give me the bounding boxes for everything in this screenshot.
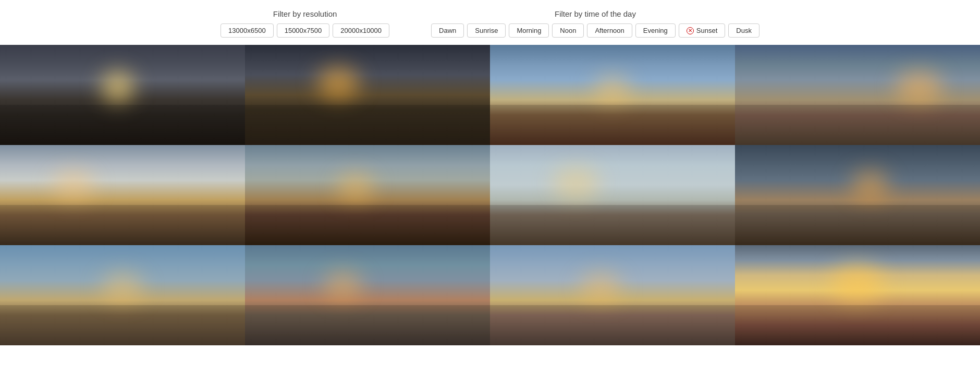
cancel-icon: ✕ — [687, 27, 694, 34]
sun-glow — [896, 71, 942, 103]
time-filter-buttons: DawnSunriseMorningNoonAfternoonEvening✕S… — [431, 23, 760, 38]
panorama-image — [0, 45, 245, 145]
panorama-image — [735, 245, 980, 345]
panorama-image — [490, 245, 735, 345]
grid-item[interactable] — [735, 145, 980, 245]
filter-btn-time-dusk[interactable]: Dusk — [728, 23, 760, 38]
filter-btn-time-noon[interactable]: Noon — [552, 23, 584, 38]
grid-item[interactable] — [490, 45, 735, 145]
filter-btn-res-20000[interactable]: 20000x10000 — [333, 23, 389, 38]
sun-glow — [594, 77, 631, 103]
panorama-image — [0, 145, 245, 245]
resolution-filter-label: Filter by resolution — [273, 9, 337, 18]
grid-item[interactable] — [490, 245, 735, 345]
panorama-image — [735, 45, 980, 145]
filter-btn-time-afternoon[interactable]: Afternoon — [587, 23, 632, 38]
filter-btn-time-evening[interactable]: Evening — [635, 23, 676, 38]
sun-glow — [317, 67, 359, 99]
sun-glow — [102, 273, 143, 301]
grid-item[interactable] — [735, 245, 980, 345]
sun-glow — [102, 71, 133, 103]
panorama-image — [490, 45, 735, 145]
filter-btn-res-13000[interactable]: 13000x6500 — [220, 23, 274, 38]
sun-glow — [831, 265, 884, 301]
panorama-image — [245, 245, 490, 345]
grid-item[interactable] — [245, 145, 490, 245]
sun-glow — [553, 167, 599, 199]
filter-btn-time-sunset[interactable]: ✕Sunset — [679, 23, 725, 38]
image-grid — [0, 45, 980, 345]
panorama-image — [0, 245, 245, 345]
sun-glow — [324, 272, 363, 298]
top-bar: Filter by resolution 13000x650015000x750… — [0, 0, 980, 45]
time-filter-group: Filter by time of the day DawnSunriseMor… — [431, 9, 760, 38]
sun-glow — [337, 174, 374, 200]
grid-item[interactable] — [0, 45, 245, 145]
filter-btn-label: Sunset — [696, 27, 717, 34]
grid-item[interactable] — [0, 145, 245, 245]
panorama-image — [245, 145, 490, 245]
filter-btn-res-15000[interactable]: 15000x7500 — [277, 23, 330, 38]
resolution-filter-buttons: 13000x650015000x750020000x10000 — [220, 23, 389, 38]
grid-item[interactable] — [245, 45, 490, 145]
grid-item[interactable] — [735, 45, 980, 145]
grid-item[interactable] — [245, 245, 490, 345]
sun-glow — [580, 273, 621, 301]
filter-btn-time-morning[interactable]: Morning — [509, 23, 549, 38]
panorama-image — [245, 45, 490, 145]
sun-glow — [53, 171, 94, 199]
sun-glow — [852, 171, 888, 199]
panorama-image — [490, 145, 735, 245]
resolution-filter-group: Filter by resolution 13000x650015000x750… — [220, 9, 389, 38]
filter-btn-time-sunrise[interactable]: Sunrise — [467, 23, 506, 38]
filter-btn-time-dawn[interactable]: Dawn — [431, 23, 464, 38]
grid-item[interactable] — [0, 245, 245, 345]
panorama-image — [735, 145, 980, 245]
grid-item[interactable] — [490, 145, 735, 245]
time-filter-label: Filter by time of the day — [555, 9, 636, 18]
